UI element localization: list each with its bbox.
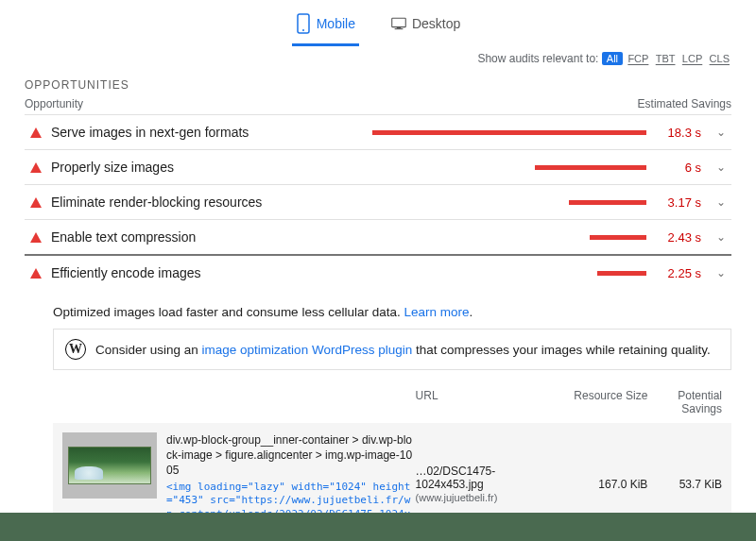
- audit-savings: 18.3 s: [656, 126, 701, 140]
- audit-label: Serve images in next-gen formats: [51, 125, 363, 140]
- chevron-down-icon: ⌄: [716, 230, 726, 244]
- audit-savings: 2.25 s: [656, 266, 701, 280]
- filter-label: Show audits relevant to:: [477, 52, 598, 65]
- resource-size: 167.0 KiB: [545, 478, 647, 491]
- audit-label: Eliminate render-blocking resources: [51, 194, 363, 210]
- savings-bar: [597, 271, 646, 276]
- plugin-link[interactable]: image optimization WordPress plugin: [202, 343, 413, 357]
- resource-thumbnail: [62, 432, 157, 499]
- wordpress-tip: W Consider using an image optimization W…: [53, 329, 731, 370]
- audit-label: Properly size images: [51, 160, 363, 175]
- mobile-icon: [296, 13, 311, 34]
- audit-savings: 6 s: [656, 161, 701, 175]
- col-savings: Estimated Savings: [638, 97, 731, 110]
- warning-icon: [30, 232, 42, 243]
- audit-row-expanded: Efficiently encode images 2.25 s ⌄ Optim…: [25, 254, 731, 541]
- tab-mobile[interactable]: Mobile: [292, 8, 359, 46]
- audit-description: Optimized images load faster and consume…: [25, 290, 731, 329]
- audit-filter-row: Show audits relevant to: All FCP TBT LCP…: [25, 52, 731, 65]
- col-opportunity: Opportunity: [25, 97, 83, 110]
- th-potential-savings: Potential Savings: [647, 389, 722, 415]
- tab-desktop[interactable]: Desktop: [387, 8, 464, 46]
- tab-mobile-label: Mobile: [317, 16, 355, 31]
- warning-icon: [30, 268, 42, 279]
- svg-rect-2: [392, 18, 406, 26]
- savings-bar: [535, 165, 646, 170]
- savings-bar: [590, 235, 646, 240]
- audit-label: Enable text compression: [51, 229, 363, 245]
- audit-savings: 2.43 s: [656, 230, 701, 245]
- device-tabs: Mobile Desktop: [0, 0, 756, 46]
- footer-band: [0, 513, 756, 541]
- desktop-icon: [391, 13, 406, 34]
- audit-row[interactable]: Enable text compression 2.43 s ⌄: [25, 219, 731, 254]
- svg-rect-4: [395, 28, 404, 29]
- audit-row[interactable]: Properly size images 6 s ⌄: [25, 149, 731, 184]
- savings-bar: [569, 200, 646, 205]
- chevron-down-icon: ⌄: [716, 195, 726, 209]
- warning-icon: [30, 127, 42, 138]
- audit-row[interactable]: Serve images in next-gen formats 18.3 s …: [25, 115, 731, 149]
- section-title: Opportunities: [25, 78, 731, 92]
- th-resource-size: Resource Size: [545, 389, 647, 415]
- learn-more-link[interactable]: Learn more: [404, 305, 469, 319]
- audit-savings: 3.17 s: [656, 195, 701, 210]
- wordpress-icon: W: [65, 339, 86, 360]
- svg-rect-3: [397, 27, 401, 28]
- savings-bar: [372, 130, 646, 135]
- chevron-down-icon: ⌄: [716, 266, 726, 279]
- audit-row[interactable]: Eliminate render-blocking resources 3.17…: [25, 184, 731, 219]
- warning-icon: [30, 197, 42, 208]
- filter-cls[interactable]: CLS: [710, 53, 730, 64]
- filter-tbt[interactable]: TBT: [656, 53, 676, 64]
- resource-url: …02/DSC1475-1024x453.jpg (www.jujuetbeli…: [416, 465, 546, 504]
- audit-row[interactable]: Efficiently encode images 2.25 s ⌄: [25, 256, 731, 290]
- potential-savings: 53.7 KiB: [647, 478, 722, 491]
- th-url: URL: [416, 389, 546, 415]
- svg-point-1: [302, 29, 304, 31]
- audit-list: Serve images in next-gen formats 18.3 s …: [25, 114, 731, 541]
- warning-icon: [30, 162, 42, 173]
- chevron-down-icon: ⌄: [716, 161, 726, 174]
- filter-fcp[interactable]: FCP: [627, 53, 648, 64]
- audit-label: Efficiently encode images: [51, 265, 363, 280]
- tab-desktop-label: Desktop: [412, 16, 460, 31]
- chevron-down-icon: ⌄: [716, 126, 726, 139]
- filter-lcp[interactable]: LCP: [682, 53, 702, 64]
- filter-all[interactable]: All: [602, 52, 623, 65]
